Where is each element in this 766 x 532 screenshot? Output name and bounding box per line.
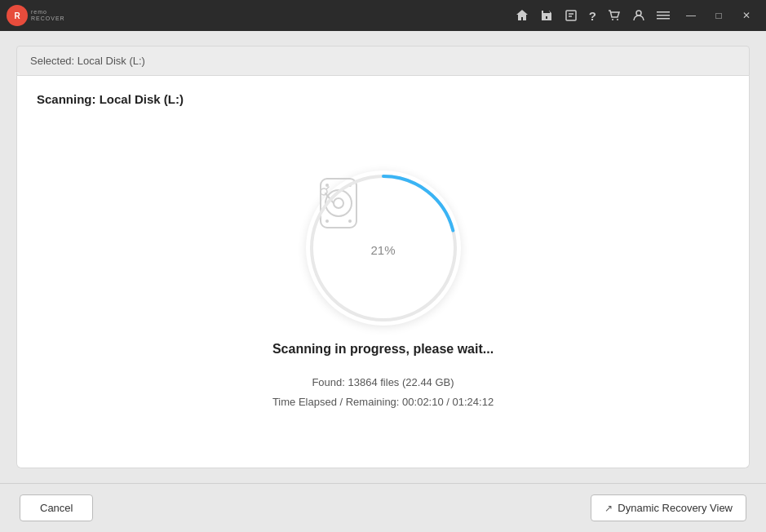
progress-arc	[306, 171, 461, 326]
svg-point-2	[617, 19, 618, 20]
selected-disk-banner: Selected: Local Disk (L:)	[16, 46, 750, 76]
close-button[interactable]: ✕	[733, 4, 759, 27]
user-icon[interactable]	[632, 9, 645, 22]
maximize-button[interactable]: □	[706, 4, 732, 27]
selected-disk-label: Selected: Local Disk (L:)	[30, 55, 145, 67]
footer: Cancel ↗ Dynamic Recovery View	[0, 483, 766, 532]
help-icon[interactable]: ?	[589, 9, 596, 23]
minimize-button[interactable]: —	[678, 4, 704, 27]
save-icon[interactable]	[540, 9, 553, 22]
menu-icon[interactable]	[657, 9, 670, 22]
window-controls: — □ ✕	[678, 4, 759, 27]
expand-icon: ↗	[604, 503, 613, 514]
scan-center: 21% Scanning in progress, please wait...…	[37, 131, 729, 451]
toolbar-icons: ?	[516, 9, 670, 23]
logo-text: remo RECOVER	[31, 9, 65, 21]
app-subtitle: RECOVER	[31, 16, 65, 22]
cart-icon[interactable]	[608, 9, 621, 22]
dynamic-recovery-label: Dynamic Recovery View	[618, 502, 733, 514]
file-open-icon[interactable]	[565, 9, 578, 22]
scanning-details: Found: 13864 files (22.44 GB) Time Elaps…	[272, 373, 494, 411]
found-files: Found: 13864 files (22.44 GB)	[272, 373, 494, 392]
app-logo-area: R remo RECOVER	[7, 5, 72, 26]
logo-icon: R	[7, 5, 28, 26]
app-name: remo	[31, 9, 65, 16]
svg-rect-6	[657, 18, 670, 20]
svg-point-3	[636, 11, 641, 16]
svg-point-1	[612, 19, 613, 20]
svg-rect-0	[566, 11, 576, 20]
scanning-panel: Scanning: Local Disk (L:)	[16, 76, 750, 468]
dynamic-recovery-button[interactable]: ↗ Dynamic Recovery View	[591, 494, 746, 521]
home-icon[interactable]	[516, 9, 529, 22]
title-bar: R remo RECOVER ?	[0, 0, 766, 31]
main-content: Selected: Local Disk (L:) Scanning: Loca…	[0, 31, 766, 483]
time-elapsed: Time Elapsed / Remaining: 00:02:10 / 01:…	[272, 392, 494, 411]
app-logo: R remo RECOVER	[7, 5, 72, 26]
circle-progress: 21%	[306, 171, 461, 326]
scanning-title: Scanning: Local Disk (L:)	[37, 92, 729, 106]
scanning-status: Scanning in progress, please wait...	[272, 342, 494, 357]
svg-rect-5	[657, 15, 670, 16]
svg-rect-4	[657, 11, 670, 13]
cancel-button[interactable]: Cancel	[20, 494, 93, 521]
